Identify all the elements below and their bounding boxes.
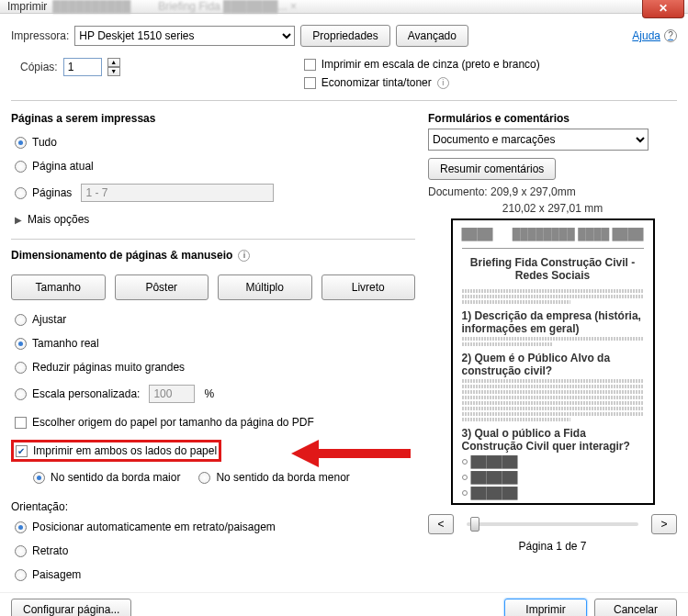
forms-select[interactable]: Documento e marcações [428,129,649,151]
orientation-auto[interactable]: Posicionar automaticamente em retrato/pa… [15,521,415,533]
savetoner-checkbox[interactable] [304,77,316,89]
tab-blurred-1: ██████████ [52,0,130,13]
fit-option[interactable]: Ajustar [15,313,415,326]
help-icon: ? [664,29,677,42]
help-label: Ajuda [632,29,660,42]
expand-icon: ▶ [15,215,22,225]
pages-range-input[interactable] [81,184,274,202]
printer-select[interactable]: HP Deskjet 1510 series [74,26,295,46]
pages-all[interactable]: Tudo [15,136,415,149]
long-edge-option[interactable]: No sentido da borda maior [33,471,180,484]
info-icon[interactable]: i [437,77,449,89]
page-indicator: Página 1 de 7 [428,540,677,553]
close-button[interactable]: ✕ [642,0,684,18]
short-edge-option[interactable]: No sentido da borda menor [198,471,349,484]
forms-section-title: Formulários e comentários [428,112,677,125]
copies-up[interactable]: ▲ [107,58,120,67]
advanced-button[interactable]: Avançado [396,25,468,47]
slider-thumb[interactable] [470,517,479,532]
more-options-toggle[interactable]: ▶ Mais opções [15,213,415,226]
grayscale-checkbox[interactable] [304,59,316,71]
booklet-button[interactable]: Livreto [321,274,416,300]
info-icon[interactable]: i [238,250,250,262]
orientation-landscape[interactable]: Paisagem [15,568,415,581]
page-slider[interactable] [467,522,638,526]
properties-button[interactable]: Propriedades [300,25,389,47]
next-page-button[interactable]: > [651,514,677,534]
paper-source-option[interactable]: Escolher origem do papel por tamanho da … [15,416,415,429]
poster-button[interactable]: Pôster [115,274,209,300]
actual-option[interactable]: Tamanho real [15,337,415,350]
copies-input[interactable] [63,58,102,76]
duplex-option[interactable]: Imprimir em ambos os lados do papel [16,444,217,457]
help-link[interactable]: Ajuda ? [632,29,677,42]
custom-scale-option[interactable]: Escala personalizada: % [15,385,415,403]
savetoner-label: Economizar tinta/toner [321,76,432,89]
summarize-button[interactable]: Resumir comentários [428,158,556,180]
orientation-title: Orientação: [11,500,415,513]
document-dimensions: Documento: 209,9 x 297,0mm [428,185,677,198]
window-title: Imprimir [7,0,47,13]
custom-scale-input[interactable] [149,385,195,403]
titlebar: Imprimir ██████████ Briefing Fida ██████… [0,0,688,14]
grayscale-option[interactable]: Imprimir em escala de cinza (preto e bra… [304,58,540,71]
copies-down[interactable]: ▼ [107,67,120,76]
prev-page-button[interactable]: < [428,514,454,534]
orientation-portrait[interactable]: Retrato [15,544,415,557]
sizing-section-title: Dimensionamento de páginas & manuseioi [11,249,415,262]
shrink-option[interactable]: Reduzir páginas muito grandes [15,361,415,374]
print-preview: ████████████ ████ ████ Briefing Fida Con… [451,218,655,505]
tab-blurred-2: Briefing Fida ███████... × [158,0,297,13]
printer-label: Impressora: [11,29,69,42]
print-button[interactable]: Imprimir [504,599,587,616]
page-setup-button[interactable]: Configurar página... [11,599,131,616]
pages-range[interactable]: Páginas [15,184,415,202]
pages-current[interactable]: Página atual [15,160,415,173]
pages-section-title: Páginas a serem impressas [11,112,415,125]
savetoner-option[interactable]: Economizar tinta/toner i [304,76,540,89]
multiple-button[interactable]: Múltiplo [218,274,312,300]
page-dimensions: 210,02 x 297,01 mm [428,202,677,215]
duplex-checkbox[interactable] [16,445,28,457]
cancel-button[interactable]: Cancelar [594,599,677,616]
size-button[interactable]: Tamanho [11,274,106,300]
copies-label: Cópias: [20,61,58,73]
grayscale-label: Imprimir em escala de cinza (preto e bra… [321,58,540,71]
